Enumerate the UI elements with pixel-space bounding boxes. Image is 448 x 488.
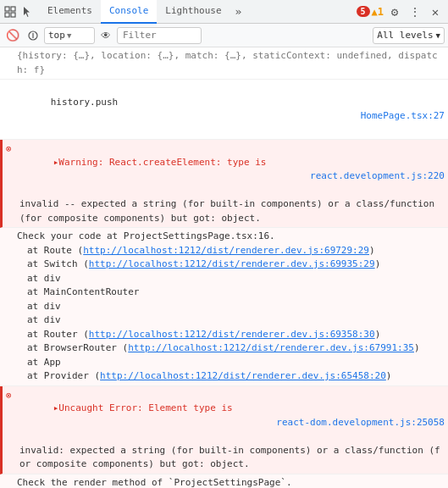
more-tabs-icon[interactable]: » bbox=[230, 5, 247, 18]
stack-link[interactable]: http://localhost:1212/dist/renderer.dev.… bbox=[83, 245, 369, 256]
log-entry: {history: {…}, location: {…}, match: {…}… bbox=[0, 47, 448, 80]
error-stack-entry: Check your code at ProjectSettingsPage.t… bbox=[0, 228, 448, 386]
devtools-icons bbox=[3, 5, 34, 19]
console-toolbar: 🚫 top ▼ 👁 All levels ▼ bbox=[0, 24, 448, 47]
svg-rect-3 bbox=[11, 13, 15, 17]
stack-link[interactable]: http://localhost:1212/dist/renderer.dev.… bbox=[100, 370, 386, 381]
log-levels-button[interactable]: All levels ▼ bbox=[373, 27, 445, 44]
eye-icon[interactable]: 👁 bbox=[97, 26, 115, 45]
warning-count-badge: ▲1 bbox=[372, 6, 384, 18]
context-selector[interactable]: top ▼ bbox=[44, 27, 95, 44]
log-source-link[interactable]: react.development.js:220 bbox=[310, 169, 445, 184]
filter-toggle-icon[interactable] bbox=[24, 26, 42, 45]
stack-link[interactable]: http://localhost:1212/dist/renderer.dev.… bbox=[128, 342, 414, 353]
error-icon: ⊗ bbox=[6, 389, 12, 403]
error-icon: ⊗ bbox=[6, 142, 12, 157]
tab-bar-right: 5 ▲1 ⚙ ⋮ ✕ bbox=[357, 3, 445, 21]
stack-link[interactable]: http://localhost:1212/dist/renderer.dev.… bbox=[89, 329, 375, 340]
error-count-badge: 5 bbox=[357, 6, 370, 17]
close-icon[interactable]: ✕ bbox=[426, 3, 445, 21]
tab-bar: Elements Console Lighthouse » 5 ▲1 ⚙ ⋮ ✕ bbox=[0, 0, 448, 24]
tab-elements[interactable]: Elements bbox=[39, 0, 101, 24]
filter-input[interactable] bbox=[117, 27, 202, 44]
svg-rect-1 bbox=[11, 7, 15, 11]
log-entry: history.push HomePage.tsx:27 bbox=[0, 80, 448, 140]
tab-console[interactable]: Console bbox=[101, 0, 157, 24]
stack-link[interactable]: http://localhost:1212/dist/renderer.dev.… bbox=[89, 258, 375, 269]
error-log-entry: ⊗ ▸Warning: React.createElement: type is… bbox=[0, 140, 448, 228]
log-source-link[interactable]: HomePage.tsx:27 bbox=[361, 109, 445, 124]
error-stack-entry: Check the render method of `ProjectSetti… bbox=[0, 474, 448, 489]
vertical-dots-icon[interactable]: ⋮ bbox=[406, 3, 424, 21]
cursor-icon[interactable] bbox=[20, 5, 34, 19]
svg-rect-2 bbox=[5, 13, 9, 17]
clear-console-icon[interactable]: 🚫 bbox=[3, 26, 22, 45]
levels-arrow-icon: ▼ bbox=[436, 31, 440, 40]
error-log-entry: ⊗ ▸Uncaught Error: Element type is react… bbox=[0, 386, 448, 474]
console-output: {history: {…}, location: {…}, match: {…}… bbox=[0, 47, 448, 488]
inspect-icon[interactable] bbox=[3, 5, 17, 19]
tab-lighthouse[interactable]: Lighthouse bbox=[157, 0, 230, 24]
context-arrow-icon: ▼ bbox=[67, 31, 71, 40]
settings-icon[interactable]: ⚙ bbox=[385, 3, 404, 21]
svg-rect-0 bbox=[5, 7, 9, 11]
log-source-link[interactable]: react-dom.development.js:25058 bbox=[276, 416, 445, 430]
